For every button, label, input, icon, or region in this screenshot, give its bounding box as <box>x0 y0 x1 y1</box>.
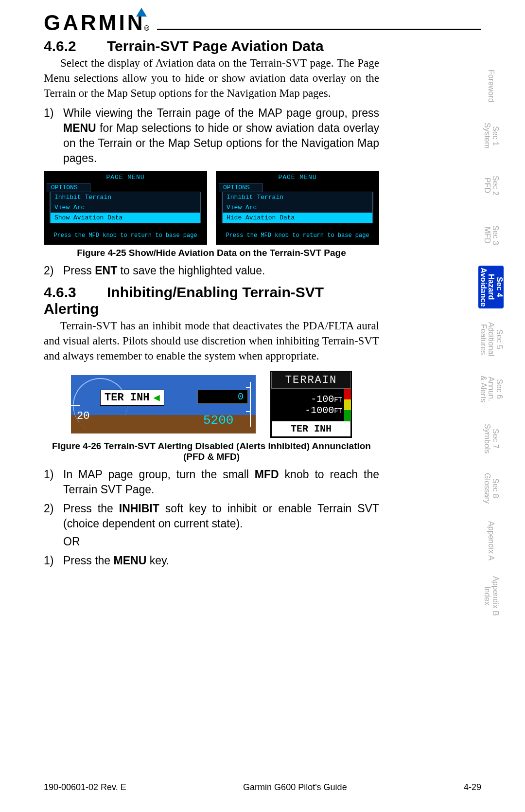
step-text: key. <box>146 554 169 567</box>
ent-key: ENT <box>95 264 117 277</box>
step-text: for Map selections to hide or show aviat… <box>63 122 379 164</box>
page-menu-hint: Press the MFD knob to return to base pag… <box>44 223 207 241</box>
menu-item[interactable]: Inhibit Terrain <box>50 192 201 202</box>
alt-scale <box>250 382 251 427</box>
step-462-1: 1) While viewing the Terrain page of the… <box>44 106 379 166</box>
menu-item[interactable]: View Arc <box>222 202 373 213</box>
section-tabs: Foreword Sec 1 System Sec 2 PFD Sec 3 MF… <box>478 67 504 617</box>
bar-red <box>344 389 351 399</box>
page-header: GARMIN ® <box>44 11 481 35</box>
terrain-title: TERRAIN <box>271 372 351 389</box>
bar-green <box>344 410 351 421</box>
step-num: 1) <box>44 467 63 497</box>
pfd-annunciation: 20 TER INH ◀ 0 5200 <box>71 375 256 433</box>
heading-462-num: 4.6.2 <box>44 38 107 54</box>
pitch-20: 20 <box>77 410 89 422</box>
step-num: 2) <box>44 263 63 278</box>
tab-sec6[interactable]: Sec 6 Annun. & Alerts <box>478 370 504 408</box>
heading-462-title: Terrain-SVT Page Aviation Data <box>107 38 324 54</box>
step-text: While viewing the Terrain page of the MA… <box>63 107 379 119</box>
step-num: 1) <box>44 106 63 166</box>
color-bar <box>344 389 351 421</box>
mfd-knob: MFD <box>255 468 279 481</box>
legend-row: -1000FT <box>273 405 342 416</box>
ter-inh-text: TER INH <box>105 392 149 404</box>
para-462-intro: Select the display of Aviation data on t… <box>44 55 379 101</box>
options-tab: OPTIONS <box>47 183 90 192</box>
menu-item[interactable]: View Arc <box>50 202 201 213</box>
alt-indicated: 5200 <box>203 413 233 428</box>
tab-appendix-b[interactable]: Appendix B Index <box>478 574 504 618</box>
step-463-3: 1) Press the MENU key. <box>44 553 379 568</box>
heading-463-num: 4.6.3 <box>44 284 107 301</box>
menu-key: MENU <box>114 554 147 567</box>
para-463-intro: Terrain-SVT has an inhibit mode that dea… <box>44 318 379 363</box>
footer-pageno: 4-29 <box>464 782 481 793</box>
page-menu-title: PAGE MENU <box>44 171 207 183</box>
brand-text: GARMIN <box>44 11 145 35</box>
step-text: Press the <box>63 554 114 567</box>
bar-yellow <box>344 399 351 410</box>
figure-4-25: PAGE MENU OPTIONS Inhibit Terrain View A… <box>44 171 379 245</box>
figure-4-26: 20 TER INH ◀ 0 5200 TERRAIN -100FT -1000… <box>44 371 379 438</box>
tab-sec7[interactable]: Sec 7 Symbols <box>478 420 504 458</box>
tab-foreword[interactable]: Foreword <box>478 67 504 105</box>
menu-item[interactable]: Inhibit Terrain <box>222 192 373 202</box>
menu-item-highlighted[interactable]: Show Aviation Data <box>50 213 201 223</box>
step-num: 2) <box>44 501 63 549</box>
tab-sec1[interactable]: Sec 1 System <box>478 117 504 155</box>
garmin-logo: GARMIN ® <box>44 11 151 35</box>
tab-sec8[interactable]: Sec 8 Glossary <box>478 469 504 507</box>
step-text: to save the highlighted value. <box>117 264 265 277</box>
page-menu-title: PAGE MENU <box>216 171 379 183</box>
registered-mark: ® <box>144 24 149 32</box>
tab-sec3[interactable]: Sec 3 MFD <box>478 216 504 254</box>
footer-title: Garmin G600 Pilot's Guide <box>243 782 347 793</box>
ter-inh-annunciation: TER INH ◀ <box>100 390 164 406</box>
step-text: In MAP page group, turn the small <box>63 468 255 481</box>
tab-appendix-a[interactable]: Appendix A <box>478 519 504 562</box>
step-or: OR <box>63 534 379 549</box>
header-rule <box>157 29 481 30</box>
page-menu-hint: Press the MFD knob to return to base pag… <box>216 223 379 241</box>
step-num: 1) <box>44 553 63 568</box>
footer-docid: 190-00601-02 Rev. E <box>44 782 126 793</box>
ter-inh-label: TER INH <box>271 421 351 437</box>
step-463-1: 1) In MAP page group, turn the small MFD… <box>44 467 379 497</box>
mfd-terrain-legend: TERRAIN -100FT -1000FT TER INH <box>270 371 352 438</box>
inhibit-softkey: INHIBIT <box>119 502 159 515</box>
garmin-delta-icon <box>136 8 147 17</box>
page-menu-left: PAGE MENU OPTIONS Inhibit Terrain View A… <box>44 171 207 245</box>
figure-4-25-caption: Figure 4-25 Show/Hide Aviation Data on t… <box>44 248 379 258</box>
alt-selected: 0 <box>197 390 248 404</box>
chevron-icon: ◀ <box>153 391 159 404</box>
tab-sec5[interactable]: Sec 5 Additional Features <box>478 320 504 358</box>
figure-4-26-caption: Figure 4-26 Terrain-SVT Alerting Disable… <box>44 441 379 462</box>
scale-tick <box>71 405 80 406</box>
page-menu-right: PAGE MENU OPTIONS Inhibit Terrain View A… <box>216 171 379 245</box>
heading-462: 4.6.2Terrain-SVT Page Aviation Data <box>44 38 379 54</box>
step-text: Press <box>63 264 95 277</box>
tab-sec2[interactable]: Sec 2 PFD <box>478 166 504 204</box>
step-text: Press the <box>63 502 119 515</box>
menu-item-highlighted[interactable]: Hide Aviation Data <box>222 213 373 223</box>
tab-sec4-active[interactable]: Sec 4 Hazard Avoidance <box>478 266 504 308</box>
legend-row: -100FT <box>273 394 342 405</box>
menu-key: MENU <box>63 122 96 134</box>
step-462-2: 2) Press ENT to save the highlighted val… <box>44 263 379 278</box>
options-tab: OPTIONS <box>219 183 262 192</box>
step-463-2: 2) Press the INHIBIT soft key to inhibit… <box>44 501 379 549</box>
heading-463: 4.6.3Inhibiting/Enabling Terrain-SVT Ale… <box>44 284 379 317</box>
page-footer: 190-00601-02 Rev. E Garmin G600 Pilot's … <box>44 782 481 793</box>
